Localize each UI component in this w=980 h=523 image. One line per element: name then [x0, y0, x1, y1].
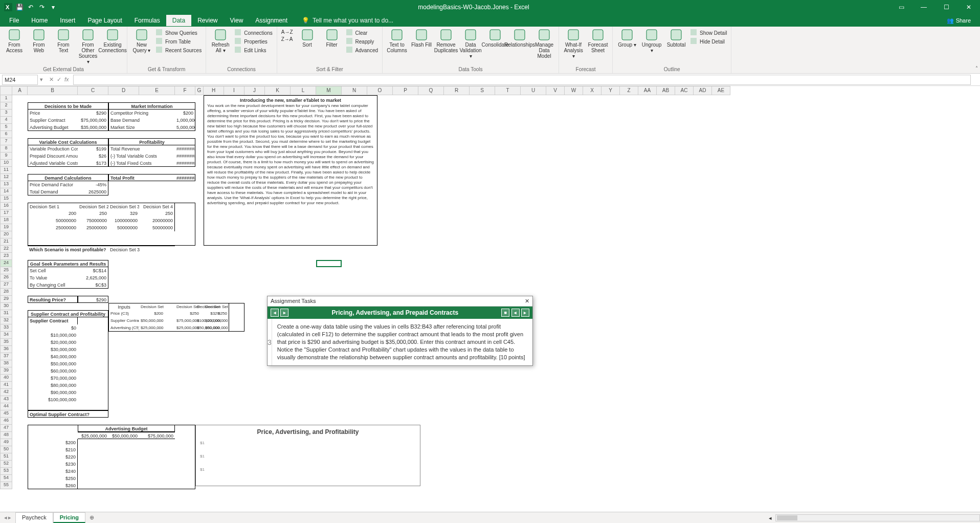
cell[interactable]: $35,000,000	[78, 124, 108, 131]
row-header-47[interactable]: 47	[0, 425, 12, 432]
row-header-39[interactable]: 39	[0, 367, 12, 375]
cell[interactable]	[78, 389, 108, 396]
cell[interactable]: $200	[175, 110, 195, 117]
cell[interactable]	[78, 353, 108, 360]
from-web-button[interactable]: From Web	[28, 29, 50, 53]
row-header-44[interactable]: 44	[0, 403, 12, 410]
connections-button[interactable]: Connections	[234, 29, 274, 37]
manage-data-model-button[interactable]: Manage Data Model	[533, 29, 555, 59]
from-table-button[interactable]: From Table	[155, 37, 203, 46]
dlg-prev-icon[interactable]: ◂	[271, 309, 279, 317]
cell[interactable]: $50,000,000	[204, 324, 229, 332]
from-access-button[interactable]: From Access	[3, 29, 26, 53]
col-header-I[interactable]: I	[224, 86, 244, 95]
cell[interactable]: $50,000,000	[108, 432, 139, 439]
cell[interactable]: $10,000,000	[28, 332, 78, 339]
cell[interactable]	[78, 375, 108, 382]
cell[interactable]: #########	[175, 145, 195, 152]
tell-me-input[interactable]: 💡Tell me what you want to do...	[302, 17, 393, 24]
row-header-3[interactable]: 3	[0, 110, 12, 117]
horizontal-scrollbar[interactable]: ◂ ▸	[775, 514, 980, 521]
row-header-9[interactable]: 9	[0, 152, 12, 160]
dlg-next-icon[interactable]: ▸	[280, 309, 288, 317]
cell[interactable]: Inputs	[108, 303, 139, 310]
cell[interactable]: $50,000,000	[139, 317, 165, 324]
cell[interactable]: $70,000,000	[28, 375, 78, 382]
cell[interactable]: $20,000,000	[204, 317, 229, 324]
row-header-41[interactable]: 41	[0, 382, 12, 389]
tab-formulas[interactable]: Formulas	[128, 15, 166, 26]
hide-detail-button[interactable]: Hide Detail	[689, 37, 728, 46]
collapse-ribbon-icon[interactable]: ˄	[975, 66, 978, 71]
cell[interactable]: Total Demand	[28, 188, 78, 195]
tab-scroll-left-icon[interactable]: ◂	[4, 514, 7, 521]
cell[interactable]: $260	[28, 482, 78, 489]
cell[interactable]: $290	[78, 296, 108, 303]
cell[interactable]: $100,000,000	[28, 396, 78, 403]
row-header-11[interactable]: 11	[0, 167, 12, 174]
row-header-2[interactable]: 2	[0, 102, 12, 110]
cell[interactable]: $250	[204, 310, 229, 317]
cell[interactable]: $173	[78, 160, 108, 167]
tab-page-layout[interactable]: Page Layout	[81, 15, 128, 26]
cancel-formula-icon[interactable]: ✕	[49, 76, 54, 83]
tab-insert[interactable]: Insert	[54, 15, 81, 26]
row-header-23[interactable]: 23	[0, 253, 12, 260]
dialog-close-icon[interactable]: ✕	[525, 298, 529, 304]
cell[interactable]: 250	[78, 210, 108, 217]
cell[interactable]: Supplier Contract	[28, 117, 78, 124]
row-header-24[interactable]: 24	[0, 260, 12, 267]
cell[interactable]: Decision Set 2	[78, 203, 108, 210]
cell[interactable]	[78, 360, 108, 367]
col-header-X[interactable]: X	[583, 86, 602, 95]
cell[interactable]: Decision Set 4	[139, 203, 175, 210]
col-header-L[interactable]: L	[291, 86, 316, 95]
cell[interactable]: Total Profit	[108, 174, 175, 181]
select-all[interactable]	[0, 86, 12, 95]
share-button[interactable]: 👥 Share	[942, 15, 976, 26]
cell[interactable]: $26	[78, 152, 108, 160]
row-header-4[interactable]: 4	[0, 117, 12, 124]
subtotal-button[interactable]: Subtotal	[665, 29, 687, 48]
row-header-28[interactable]: 28	[0, 289, 12, 296]
col-header-J[interactable]: J	[244, 86, 265, 95]
row-header-46[interactable]: 46	[0, 418, 12, 425]
row-header-43[interactable]: 43	[0, 396, 12, 403]
cell[interactable]: $199	[78, 145, 108, 152]
cell[interactable]: Advertising Budget	[28, 124, 78, 131]
row-header-54[interactable]: 54	[0, 475, 12, 482]
cell[interactable]: Price (C3)	[108, 310, 139, 317]
cell[interactable]: Advertising (C5)	[108, 324, 139, 332]
sort-Z→A-button[interactable]: Z→A	[280, 36, 294, 42]
remove-duplicates-button[interactable]: Remove Duplicates	[435, 29, 457, 53]
cell[interactable]: $50,000,000	[28, 360, 78, 367]
row-header-50[interactable]: 50	[0, 446, 12, 453]
cell[interactable]: $240	[28, 468, 78, 475]
cell[interactable]: 329	[108, 210, 139, 217]
scroll-left-icon[interactable]: ◂	[769, 515, 772, 521]
cell[interactable]: $75,000,000	[78, 117, 108, 124]
row-header-34[interactable]: 34	[0, 332, 12, 339]
tab-scroll-right-icon[interactable]: ▸	[8, 514, 11, 521]
cell[interactable]: 2,625,000	[78, 274, 108, 281]
cell[interactable]: $290	[78, 110, 108, 117]
row-header-25[interactable]: 25	[0, 267, 12, 274]
clear-button[interactable]: Clear	[345, 29, 379, 37]
cell[interactable]: $80,000,000	[28, 382, 78, 389]
row-header-13[interactable]: 13	[0, 181, 12, 188]
row-header-33[interactable]: 33	[0, 324, 12, 332]
cell[interactable]	[78, 367, 108, 375]
cell[interactable]: Prepaid Discount Amount	[28, 152, 78, 160]
show-queries-button[interactable]: Show Queries	[155, 29, 203, 37]
col-header-P[interactable]: P	[393, 86, 418, 95]
cell[interactable]: 2625000	[78, 188, 108, 195]
cell[interactable]: (-) Total Fixed Costs	[108, 160, 175, 167]
cell[interactable]: Market Size	[108, 124, 175, 131]
cell[interactable]	[78, 339, 108, 346]
col-header-AD[interactable]: AD	[694, 86, 712, 95]
col-header-M[interactable]: M	[316, 86, 342, 95]
fx-icon[interactable]: fx	[64, 76, 69, 83]
col-header-N[interactable]: N	[342, 86, 367, 95]
row-header-21[interactable]: 21	[0, 238, 12, 246]
dlg-fwd-icon[interactable]: ▸	[521, 309, 529, 317]
